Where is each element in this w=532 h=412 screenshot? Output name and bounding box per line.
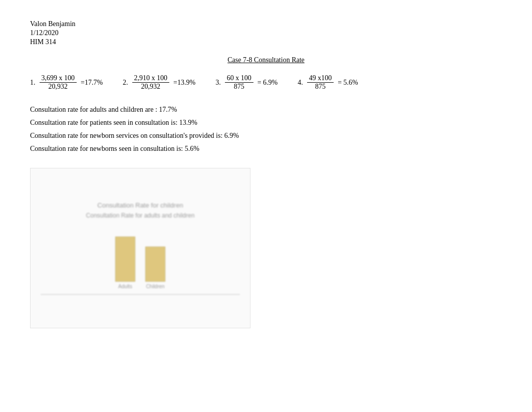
calc-3-denominator: 875 [232, 83, 246, 91]
blur-overlay [31, 168, 250, 328]
calculation-4: 4. 49 x100 875 = 5.6% [298, 74, 358, 91]
calc-1-number: 1. [30, 79, 36, 87]
calc-1-denominator: 20,932 [47, 83, 70, 91]
calculation-1: 1. 3,699 x 100 20,932 =17.7% [30, 74, 103, 91]
calc-4-number: 4. [298, 79, 303, 87]
calculations-section: 1. 3,699 x 100 20,932 =17.7% 2. 2,910 x … [30, 74, 502, 91]
author-info: Valon Benjamin 1/12/2020 HIM 314 [30, 20, 502, 46]
author-date: 1/12/2020 [30, 29, 502, 37]
consultation-results: Consultation rate for adults and childre… [30, 106, 502, 153]
calc-4-numerator: 49 x100 [307, 74, 334, 83]
calc-4-result: = 5.6% [338, 79, 358, 87]
calc-2-numerator: 2,910 x 100 [132, 74, 170, 83]
rate-1: Consultation rate for adults and childre… [30, 106, 502, 114]
calc-3-number: 3. [215, 79, 221, 87]
rate-4: Consultation rate for newborns seen in c… [30, 145, 502, 153]
calc-1-result: =17.7% [81, 79, 103, 87]
author-course: HIM 314 [30, 38, 502, 46]
calc-3-fraction: 60 x 100 875 [225, 74, 253, 91]
rate-3: Consultation rate for newborn services o… [30, 132, 502, 140]
page-title: Case 7-8 Consultation Rate [227, 56, 305, 64]
calc-2-number: 2. [123, 79, 128, 87]
calc-2-result: =13.9% [173, 79, 195, 87]
calc-3-numerator: 60 x 100 [225, 74, 253, 83]
calculation-3: 3. 60 x 100 875 = 6.9% [215, 74, 278, 91]
calc-2-fraction: 2,910 x 100 20,932 [132, 74, 170, 91]
calc-2-denominator: 20,932 [139, 83, 163, 91]
calculation-2: 2. 2,910 x 100 20,932 =13.9% [123, 74, 195, 91]
calc-1-numerator: 3,699 x 100 [40, 74, 77, 83]
rate-2: Consultation rate for patients seen in c… [30, 119, 502, 127]
calc-4-fraction: 49 x100 875 [307, 74, 334, 91]
chart-section: Consultation Rate for children Consultat… [30, 168, 250, 328]
author-name: Valon Benjamin [30, 20, 502, 28]
calc-1-fraction: 3,699 x 100 20,932 [40, 74, 77, 91]
title-section: Case 7-8 Consultation Rate [30, 56, 502, 64]
calc-3-result: = 6.9% [257, 79, 278, 87]
calc-4-denominator: 875 [313, 83, 328, 91]
